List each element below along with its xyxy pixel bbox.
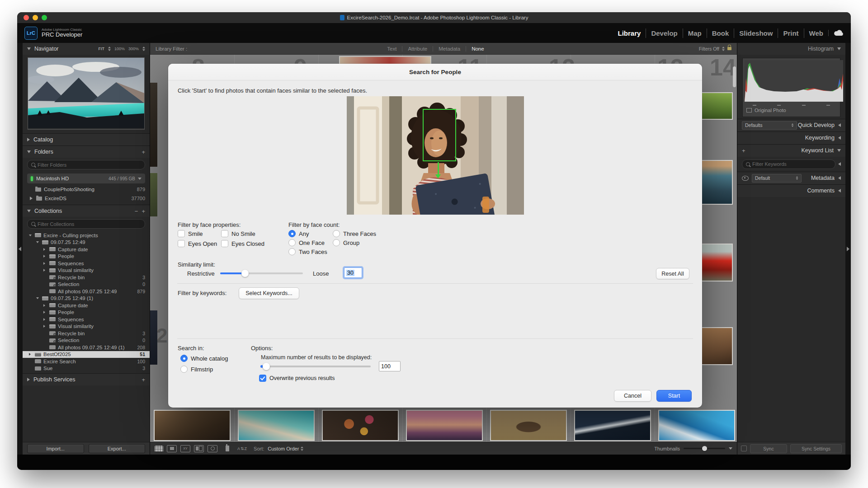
radio-group[interactable]: Group — [333, 239, 359, 246]
module-map[interactable]: Map — [683, 28, 707, 38]
keyword-filter-collapse-icon[interactable] — [838, 162, 841, 166]
collection-row[interactable]: All photos 09.07.25 12:49 (1)208 — [23, 344, 150, 351]
keyword-list-header[interactable]: + Keyword List — [737, 144, 845, 157]
similarity-value-field[interactable]: 30 — [344, 267, 362, 278]
volume-row-macintosh-hd[interactable]: Macintosh HD 445 / 995 GB — [27, 174, 145, 183]
zoom-100[interactable]: 100% — [114, 47, 125, 51]
photo-thumbnail[interactable] — [150, 173, 157, 216]
grid-scrollbar-thumb[interactable] — [733, 66, 736, 87]
collection-row[interactable]: Excire Search100 — [23, 358, 150, 365]
radio-icon[interactable] — [333, 239, 340, 246]
volume-disclosure-icon[interactable] — [138, 178, 142, 180]
people-view-icon[interactable] — [208, 445, 217, 452]
navigator-preview[interactable] — [28, 57, 145, 130]
checkbox-icon[interactable] — [221, 240, 228, 247]
folder-row[interactable]: ExcireDS 37700 — [23, 194, 150, 203]
collection-row[interactable]: Capture date — [23, 302, 150, 309]
export-button[interactable]: Export... — [89, 444, 146, 453]
photo-thumbnail[interactable] — [155, 411, 230, 440]
photo-thumbnail[interactable] — [700, 93, 732, 119]
expander-icon[interactable] — [29, 235, 33, 236]
filter-attribute[interactable]: Attribute — [402, 46, 433, 52]
max-results-slider[interactable] — [261, 366, 371, 367]
toolbar-options-icon[interactable] — [729, 447, 732, 450]
collection-row[interactable]: Visual similarity — [23, 267, 150, 274]
zoom-window-icon[interactable] — [42, 15, 47, 20]
photo-thumbnail[interactable] — [659, 411, 734, 440]
radio-icon[interactable] — [180, 366, 188, 373]
zoom-fit-stepper-icon[interactable] — [108, 47, 111, 51]
module-slideshow[interactable]: Slideshow — [734, 28, 778, 38]
photo-thumbnail[interactable] — [491, 411, 566, 440]
radio-whole-catalog[interactable]: Whole catalog — [180, 355, 228, 362]
expander-icon[interactable] — [43, 318, 48, 321]
filter-none[interactable]: None — [466, 46, 490, 52]
radio-icon[interactable] — [288, 239, 296, 246]
import-button[interactable]: Import... — [27, 444, 84, 453]
photo-thumbnail[interactable] — [150, 310, 157, 365]
sync-button[interactable]: Sync — [750, 444, 787, 453]
collection-row[interactable]: Sue3 — [23, 365, 150, 372]
comments-header[interactable]: Comments — [737, 184, 845, 197]
module-book[interactable]: Book — [707, 28, 734, 38]
add-folder-button[interactable]: + — [142, 149, 145, 155]
metadata-preset-select[interactable]: Default — [752, 174, 802, 183]
checkbox-no-smile[interactable]: No Smile — [221, 230, 255, 237]
collection-row[interactable]: Capture date — [23, 246, 150, 253]
expander-icon[interactable] — [36, 297, 41, 299]
radio-icon[interactable] — [180, 355, 188, 362]
filters-stepper-icon[interactable] — [722, 47, 725, 51]
add-keyword-button[interactable]: + — [742, 147, 745, 154]
saved-preset-select[interactable]: Defaults — [742, 121, 797, 130]
histogram-header[interactable]: Histogram — [737, 43, 845, 55]
expander-icon[interactable] — [43, 269, 48, 272]
collection-row-selected[interactable]: BestOf202551 — [23, 351, 150, 358]
expander-icon[interactable] — [43, 311, 48, 314]
photo-thumbnail[interactable] — [239, 411, 314, 440]
catalog-header[interactable]: Catalog — [23, 133, 150, 145]
start-button[interactable]: Start — [656, 390, 692, 402]
collapse-left-panel-icon[interactable] — [19, 247, 21, 251]
collection-row[interactable]: Recycle bin3 — [23, 330, 150, 337]
radio-icon[interactable] — [288, 248, 296, 255]
radio-any[interactable]: Any — [288, 230, 309, 237]
close-window-icon[interactable] — [24, 15, 29, 20]
radio-one-face[interactable]: One Face — [288, 239, 325, 246]
select-keywords-button[interactable]: Select Keywords... — [239, 287, 299, 299]
similarity-slider-thumb[interactable] — [241, 270, 249, 277]
checkbox-icon[interactable] — [178, 230, 185, 237]
expander-icon[interactable] — [29, 353, 33, 356]
keywording-header[interactable]: Keywording — [737, 131, 845, 144]
sort-direction-icon[interactable]: A⇅Z — [237, 446, 247, 451]
collections-header[interactable]: Collections − + — [23, 205, 150, 217]
zoom-300[interactable]: 300% — [128, 47, 139, 51]
checkbox-checked-icon[interactable] — [259, 375, 266, 382]
thumbnail-size-slider-thumb[interactable] — [702, 446, 707, 451]
max-results-slider-thumb[interactable] — [263, 363, 270, 370]
filter-text[interactable]: Text — [382, 46, 402, 52]
zoom-fit[interactable]: FIT — [98, 47, 104, 51]
cancel-button[interactable]: Cancel — [614, 390, 651, 402]
thumbnail-size-slider[interactable] — [684, 448, 725, 449]
photo-thumbnail[interactable] — [150, 83, 157, 167]
filters-off-label[interactable]: Filters Off — [699, 46, 719, 52]
sync-settings-button[interactable]: Sync Settings — [790, 444, 842, 453]
collection-row[interactable]: Excire - Culling projects — [23, 232, 150, 239]
loupe-view-icon[interactable] — [167, 445, 177, 452]
filter-collections-input[interactable]: Filter Collections — [27, 219, 145, 229]
module-develop[interactable]: Develop — [646, 28, 682, 38]
collection-row[interactable]: Recycle bin3 — [23, 274, 150, 281]
reset-all-button[interactable]: Reset All — [656, 268, 689, 279]
module-web[interactable]: Web — [804, 28, 828, 38]
checkbox-icon[interactable] — [178, 240, 185, 247]
collection-row[interactable]: Sequences — [23, 260, 150, 267]
folders-header[interactable]: Folders + — [23, 145, 150, 158]
checkbox-overwrite-results[interactable]: Overwrite previous results — [259, 375, 335, 382]
add-collection-button[interactable]: + — [142, 208, 145, 215]
publish-services-header[interactable]: Publish Services + — [23, 373, 150, 385]
grid-view-icon[interactable] — [155, 445, 163, 452]
photo-thumbnail[interactable] — [407, 411, 482, 440]
collection-row[interactable]: All photos 09.07.25 12:49879 — [23, 288, 150, 295]
expander-icon[interactable] — [43, 255, 48, 258]
similarity-slider[interactable] — [220, 272, 303, 274]
